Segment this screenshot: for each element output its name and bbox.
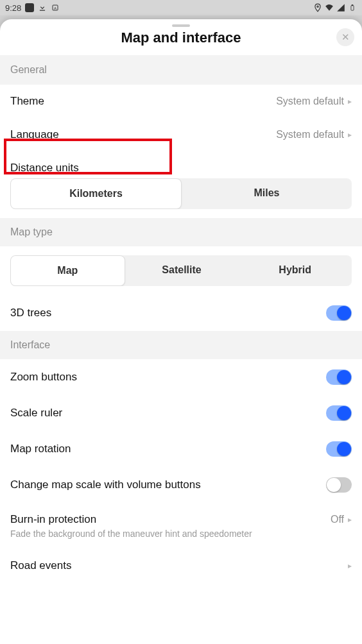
burn-in-label: Burn-in protection (10, 513, 96, 526)
status-bar: 9:28 A (0, 0, 362, 15)
distance-units-row: Distance units (0, 151, 362, 178)
svg-point-2 (317, 6, 318, 7)
scale-ruler-label: Scale ruler (10, 407, 62, 419)
settings-sheet: Map and interface ✕ General Theme System… (0, 19, 362, 644)
zoom-buttons-label: Zoom buttons (10, 371, 77, 384)
theme-label: Theme (10, 95, 44, 108)
wifi-icon (325, 3, 334, 12)
distance-units-segmented: Kilometers Miles (10, 178, 352, 209)
signal-icon (336, 3, 345, 12)
language-row[interactable]: Language System default ▸ (0, 118, 362, 151)
theme-row[interactable]: Theme System default ▸ (0, 85, 362, 118)
burn-in-row[interactable]: Burn-in protection Off ▸ Fade the backgr… (0, 503, 362, 549)
chevron-right-icon: ▸ (348, 97, 352, 106)
scale-volume-row: Change map scale with volume buttons (0, 467, 362, 503)
language-value: System default (276, 129, 344, 140)
status-time: 9:28 (5, 3, 21, 13)
chevron-right-icon: ▸ (348, 130, 352, 139)
section-header-general: General (0, 55, 362, 85)
scale-volume-toggle[interactable] (326, 477, 352, 493)
trees-3d-toggle[interactable] (326, 305, 352, 321)
seg-miles[interactable]: Miles (182, 178, 352, 209)
app-square-icon (25, 3, 34, 12)
burn-in-value: Off (331, 514, 344, 525)
scale-ruler-toggle[interactable] (326, 405, 352, 421)
section-header-map-type: Map type (0, 218, 362, 246)
language-label: Language (10, 128, 59, 141)
sheet-title: Map and interface (10, 30, 352, 46)
close-icon: ✕ (341, 31, 350, 43)
download-icon (38, 3, 47, 12)
theme-value: System default (276, 96, 344, 107)
seg-hybrid[interactable]: Hybrid (238, 255, 352, 286)
sheet-grabber[interactable] (172, 24, 190, 27)
seg-kilometers[interactable]: Kilometers (10, 178, 182, 209)
scale-volume-label: Change map scale with volume buttons (10, 479, 201, 491)
seg-satellite[interactable]: Satellite (125, 255, 239, 286)
zoom-buttons-row: Zoom buttons (0, 359, 362, 395)
location-icon (313, 3, 322, 12)
zoom-buttons-toggle[interactable] (326, 369, 352, 385)
seg-map[interactable]: Map (10, 255, 125, 286)
road-events-label: Road events (10, 559, 71, 572)
svg-rect-3 (351, 6, 354, 11)
trees-3d-row: 3D trees (0, 295, 362, 331)
svg-rect-4 (352, 4, 353, 5)
burn-in-sublabel: Fade the background of the maneuver hint… (10, 529, 352, 539)
chevron-right-icon: ▸ (348, 515, 352, 524)
svg-text:A: A (54, 6, 56, 10)
map-rotation-row: Map rotation (0, 431, 362, 467)
trees-3d-label: 3D trees (10, 307, 51, 319)
road-events-row[interactable]: Road events ▸ (0, 549, 362, 582)
map-rotation-toggle[interactable] (326, 441, 352, 457)
section-header-interface: Interface (0, 331, 362, 359)
close-button[interactable]: ✕ (336, 28, 354, 46)
map-type-segmented: Map Satellite Hybrid (10, 255, 352, 286)
scale-ruler-row: Scale ruler (0, 395, 362, 431)
notif-icon: A (51, 3, 60, 12)
distance-units-label: Distance units (10, 162, 79, 174)
chevron-right-icon: ▸ (348, 561, 352, 570)
battery-icon (348, 3, 357, 12)
map-rotation-label: Map rotation (10, 443, 71, 455)
